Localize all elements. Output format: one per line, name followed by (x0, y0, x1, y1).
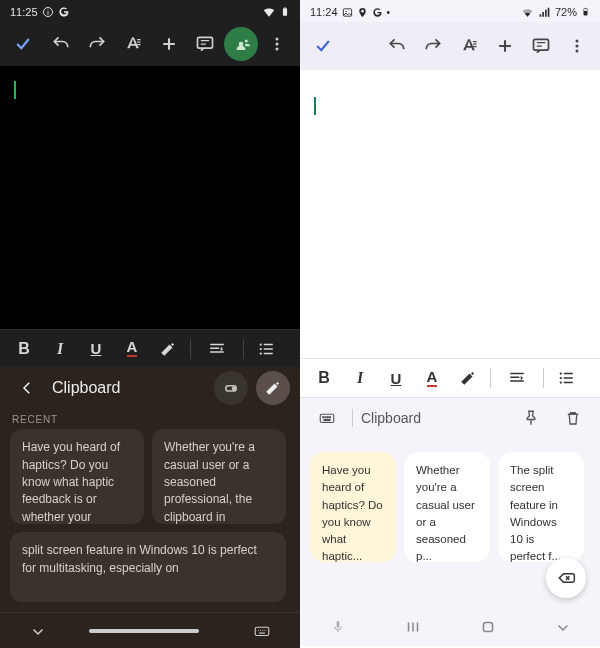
highlight-button[interactable] (152, 333, 184, 365)
more-button[interactable] (560, 29, 594, 63)
svg-point-11 (276, 47, 279, 50)
italic-button[interactable]: I (344, 362, 376, 394)
text-cursor (314, 97, 316, 115)
svg-rect-5 (137, 39, 140, 40)
highlight-button[interactable] (452, 362, 484, 394)
clipboard-edit-button[interactable] (256, 371, 290, 405)
wifi-icon (262, 5, 276, 19)
clipboard-title: Clipboard (361, 410, 421, 426)
wifi-fade-icon (521, 6, 534, 19)
battery-icon (280, 5, 290, 19)
text-format-button[interactable] (452, 29, 486, 63)
undo-button[interactable] (44, 27, 78, 61)
separator (243, 339, 244, 359)
svg-rect-23 (255, 627, 269, 635)
gesture-handle[interactable] (89, 629, 199, 633)
clipboard-card[interactable]: Have you heard of haptics? Do you know w… (310, 452, 396, 562)
svg-rect-50 (320, 414, 334, 422)
svg-rect-36 (473, 46, 476, 47)
clipboard-card[interactable]: Whether you're a casual user or a season… (152, 429, 286, 524)
svg-point-1 (47, 9, 48, 10)
text-color-button[interactable]: A (416, 362, 448, 394)
clipboard-header: Clipboard (300, 398, 600, 438)
keyboard-switch-button[interactable] (237, 616, 287, 646)
svg-rect-14 (210, 351, 224, 353)
bold-button[interactable]: B (8, 333, 40, 365)
svg-point-44 (560, 372, 562, 374)
separator (543, 368, 544, 388)
undo-button[interactable] (380, 29, 414, 63)
svg-rect-41 (510, 373, 524, 375)
italic-button[interactable]: I (44, 333, 76, 365)
keyboard-icon[interactable] (310, 401, 344, 435)
svg-rect-49 (564, 382, 573, 384)
svg-point-16 (260, 347, 262, 349)
svg-rect-35 (473, 44, 476, 45)
google-icon (58, 6, 70, 18)
document-editor[interactable] (0, 66, 300, 329)
battery-percent: 72% (555, 6, 577, 18)
text-format-button[interactable] (116, 27, 150, 61)
list-button[interactable] (250, 333, 282, 365)
svg-point-27 (264, 629, 265, 630)
redo-button[interactable] (80, 27, 114, 61)
pin-button[interactable] (514, 401, 548, 435)
separator (490, 368, 491, 388)
document-editor[interactable] (300, 70, 600, 358)
svg-point-46 (560, 381, 562, 383)
backspace-fab[interactable] (546, 558, 586, 598)
back-button[interactable] (538, 612, 588, 642)
svg-rect-20 (264, 352, 273, 354)
align-button[interactable] (197, 333, 237, 365)
svg-point-24 (258, 629, 259, 630)
comment-button[interactable] (524, 29, 558, 63)
align-button[interactable] (497, 362, 537, 394)
svg-rect-42 (510, 377, 519, 379)
svg-rect-43 (510, 380, 524, 382)
list-button[interactable] (550, 362, 582, 394)
text-color-button[interactable]: A (116, 333, 148, 365)
svg-point-30 (345, 10, 346, 11)
svg-rect-6 (137, 41, 140, 42)
clipboard-card[interactable]: Have you heard of haptics? Do you know w… (10, 429, 144, 524)
svg-rect-7 (137, 44, 140, 45)
svg-point-22 (233, 386, 236, 389)
svg-rect-33 (585, 8, 587, 9)
bold-button[interactable]: B (308, 362, 340, 394)
app-toolbar (300, 22, 600, 70)
svg-rect-37 (534, 39, 549, 50)
clipboard-toggle-button[interactable] (214, 371, 248, 405)
svg-rect-18 (264, 343, 273, 345)
underline-button[interactable]: U (80, 333, 112, 365)
mic-button[interactable] (313, 612, 363, 642)
clipboard-card[interactable]: Whether you're a casual user or a season… (404, 452, 490, 562)
share-avatar-button[interactable] (224, 27, 258, 61)
svg-point-15 (260, 343, 262, 345)
comment-button[interactable] (188, 27, 222, 61)
svg-point-39 (576, 45, 579, 48)
home-button[interactable] (463, 612, 513, 642)
back-icon[interactable] (10, 371, 44, 405)
svg-rect-28 (259, 632, 265, 633)
done-check-button[interactable] (6, 27, 40, 61)
recents-button[interactable] (388, 612, 438, 642)
add-button[interactable] (488, 29, 522, 63)
svg-rect-48 (564, 377, 573, 379)
app-toolbar (0, 21, 300, 66)
more-button[interactable] (260, 27, 294, 61)
clipboard-card[interactable]: split screen feature in Windows 10 is pe… (10, 532, 286, 602)
delete-button[interactable] (556, 401, 590, 435)
collapse-keyboard-button[interactable] (13, 616, 63, 646)
add-button[interactable] (152, 27, 186, 61)
svg-point-25 (260, 629, 261, 630)
clipboard-items: Have you heard of haptics? Do you know w… (0, 429, 300, 612)
done-check-button[interactable] (306, 29, 340, 63)
svg-rect-55 (324, 420, 330, 421)
underline-button[interactable]: U (380, 362, 412, 394)
recent-label: RECENT (0, 408, 300, 429)
redo-button[interactable] (416, 29, 450, 63)
svg-rect-47 (564, 373, 573, 375)
svg-rect-32 (584, 11, 587, 15)
image-icon (342, 7, 353, 18)
clipboard-card[interactable]: The split screen feature in Windows 10 i… (498, 452, 584, 562)
